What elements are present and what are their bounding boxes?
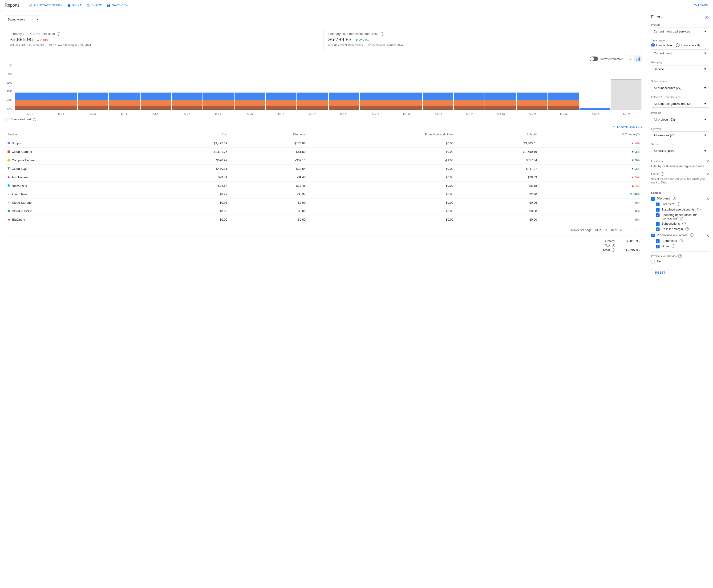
promo-collapsible[interactable]: Promotions and others ? ∧ — [651, 233, 709, 237]
rows-per-page-select[interactable]: 10 25 50 — [593, 228, 602, 232]
usage-date-radio[interactable]: Usage date — [651, 43, 672, 47]
chart-bar[interactable] — [234, 92, 265, 110]
promotions-checkbox[interactable] — [656, 239, 659, 243]
chart-bar[interactable] — [109, 92, 140, 110]
total-help-icon[interactable]: ? — [612, 248, 615, 252]
discounts-help[interactable]: ? — [673, 197, 676, 200]
promo-checkbox[interactable] — [651, 234, 655, 237]
free-tiers-checkbox[interactable] — [656, 203, 659, 206]
sustained-use-checkbox[interactable] — [656, 208, 659, 212]
spending-based-row[interactable]: Spending based discounts (contractual) ? — [651, 213, 709, 220]
reseller-margin-checkbox[interactable] — [656, 228, 659, 231]
saved-views-dropdown[interactable]: Saved views ▼ — [5, 16, 42, 23]
learn-button[interactable]: LEARN — [693, 3, 708, 7]
labels-header[interactable]: Labels ? ∨ — [651, 172, 709, 176]
presets-dropdown[interactable]: Current month, all services ▼ — [651, 27, 709, 35]
save-view-button[interactable]: SAVE VIEW — [107, 3, 129, 7]
chart-bar[interactable] — [203, 92, 234, 110]
table-row: Support $3,477.39 -$173.87 $0.00 $3,303.… — [5, 139, 642, 148]
skus-dropdown[interactable]: All SKUs (402) ▼ — [651, 147, 709, 155]
invoice-charges-help[interactable]: ? — [678, 254, 682, 258]
chart-bar[interactable] — [78, 92, 108, 110]
pct-change-help[interactable]: ? — [636, 133, 639, 136]
forecast-cost-help-icon[interactable]: ? — [381, 32, 384, 36]
chart-bar[interactable] — [360, 92, 391, 110]
reseller-margin-help[interactable]: ? — [686, 227, 689, 231]
services-dropdown[interactable]: All services (45) ▼ — [651, 131, 709, 139]
x-label: Feb 18 — [454, 113, 485, 115]
chart-bar[interactable] — [266, 92, 296, 110]
spending-based-checkbox[interactable] — [656, 213, 659, 217]
discounts-collapsible[interactable]: Discounts ? ∧ — [651, 196, 709, 201]
chart-bar[interactable] — [548, 92, 579, 110]
chart-bar[interactable] — [15, 92, 46, 110]
subscriptions-row[interactable]: Subscriptions ? — [651, 222, 709, 226]
folders-dropdown[interactable]: All folders/organizations (28) ▼ — [651, 100, 709, 108]
chart-bar[interactable] — [517, 92, 547, 110]
tax-help-icon[interactable]: ? — [612, 244, 615, 247]
reseller-margin-row[interactable]: Reseller margin ? — [651, 227, 709, 231]
actual-cost-help-icon[interactable]: ? — [57, 32, 60, 36]
rows-per-page-selector[interactable]: Rows per page: 10 25 50 — [571, 228, 602, 232]
share-icon — [86, 3, 90, 7]
collapse-sidebar-button[interactable] — [705, 15, 709, 20]
chart-bar[interactable] — [580, 108, 610, 110]
prev-page-button[interactable]: ‹ — [625, 227, 632, 233]
labels-help[interactable]: ? — [661, 172, 664, 176]
subaccounts-dropdown[interactable]: All subaccounts (27) ▼ — [651, 84, 709, 92]
next-page-button[interactable]: › — [633, 227, 639, 233]
cell-cost: $3,477.39 — [146, 139, 230, 148]
chart-bar[interactable] — [485, 92, 516, 110]
other-row[interactable]: Other ? — [651, 245, 709, 248]
chart-bar[interactable] — [172, 92, 203, 110]
subscriptions-help[interactable]: ? — [683, 222, 686, 225]
table-row: Cloud Spanner $1,631.75 -$81.59 $0.00 $1… — [5, 147, 642, 156]
invoice-month-radio[interactable]: Invoice month — [676, 43, 700, 47]
tax-checkbox[interactable] — [651, 260, 655, 264]
spending-based-help[interactable]: ? — [680, 217, 683, 220]
chart-bar[interactable] — [141, 92, 171, 110]
bar-chart-button[interactable] — [634, 56, 642, 62]
tax-row[interactable]: Tax — [651, 259, 709, 264]
sustained-use-row[interactable]: Sustained use discounts ? — [651, 208, 709, 212]
line-chart-button[interactable] — [626, 56, 634, 62]
chart-bar[interactable] — [611, 79, 642, 110]
promotions-row[interactable]: Promotions ? — [651, 239, 709, 243]
promo-help[interactable]: ? — [690, 233, 693, 237]
reseller-margin-label: Reseller margin — [662, 227, 683, 231]
chart-bar[interactable] — [391, 92, 422, 110]
chart-bar[interactable] — [329, 92, 359, 110]
other-help[interactable]: ? — [672, 245, 675, 248]
forecast-legend-help[interactable]: ? — [33, 118, 36, 121]
generate-query-button[interactable]: GENERATE QUERY — [29, 3, 62, 7]
tax-label: Tax ? — [605, 244, 615, 247]
free-tiers-help[interactable]: ? — [677, 202, 680, 206]
print-button[interactable]: PRINT — [67, 3, 82, 7]
sustained-use-help[interactable]: ? — [697, 208, 700, 211]
chart-bar[interactable] — [423, 92, 453, 110]
subscriptions-checkbox[interactable] — [656, 222, 659, 226]
cell-service: Cloud SQL — [5, 164, 146, 173]
show-cumulative-toggle[interactable]: Show cumulative — [590, 57, 623, 61]
actual-cost-credits: includes -$337.45 in credits — [10, 44, 44, 47]
col-subtotal[interactable]: ↓ Subtotal — [456, 130, 540, 139]
locations-header[interactable]: Locations ∨ — [651, 159, 709, 163]
download-csv-button[interactable]: DOWNLOAD CSV — [5, 125, 642, 129]
group-by-dropdown[interactable]: Service ▼ — [651, 65, 709, 73]
projects-dropdown[interactable]: All projects (53) ▼ — [651, 115, 709, 123]
time-range-dropdown[interactable]: Current month ▼ — [651, 49, 709, 57]
chart-bar[interactable] — [46, 92, 77, 110]
chart-bar[interactable] — [297, 92, 328, 110]
share-button[interactable]: SHARE — [86, 3, 102, 7]
promotions-help[interactable]: ? — [679, 239, 683, 242]
skus-section: SKUs All SKUs (402) ▼ — [651, 143, 709, 155]
discounts-checkbox[interactable] — [651, 197, 655, 201]
free-tiers-row[interactable]: Free tiers ? — [651, 202, 709, 206]
toggle-circle[interactable] — [590, 57, 598, 61]
forecast-cost-row: $6,789.83 ▼ -2.79% — [329, 37, 638, 44]
chart-bar[interactable] — [454, 92, 485, 110]
other-checkbox[interactable] — [656, 245, 659, 248]
subscriptions-label: Subscriptions — [662, 222, 680, 225]
reset-button[interactable]: RESET — [651, 269, 669, 276]
cell-cost: $0.00 — [146, 215, 230, 224]
